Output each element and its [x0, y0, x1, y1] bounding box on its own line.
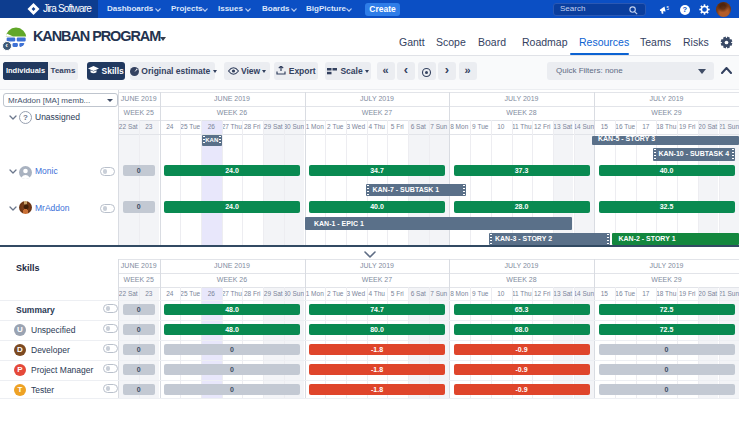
svg-text:5: 5 [667, 5, 670, 10]
